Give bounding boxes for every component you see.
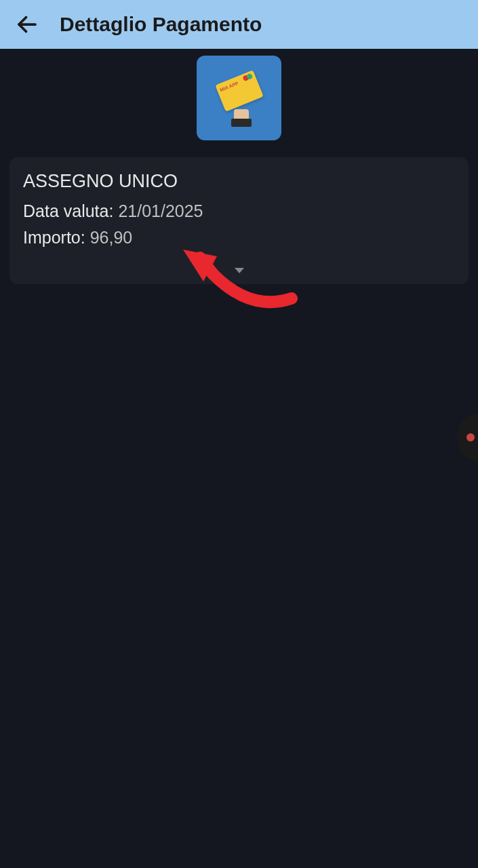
logo-container: MIA APP	[7, 56, 471, 157]
card-icon: MIA APP	[215, 70, 263, 111]
app-logo: MIA APP	[197, 56, 281, 140]
amount-label: Importo:	[23, 228, 85, 247]
amount-value: 96,90	[90, 228, 133, 247]
date-value: 21/01/2025	[118, 201, 203, 220]
arrow-left-icon	[15, 12, 39, 37]
back-button[interactable]	[14, 11, 41, 38]
payment-type-title: ASSEGNO UNICO	[23, 171, 455, 192]
content-area: MIA APP ASSEGNO UNICO Data valuta: 21/01…	[0, 49, 478, 868]
payment-date-row: Data valuta: 21/01/2025	[23, 201, 455, 221]
chevron-down-icon	[235, 268, 244, 273]
payment-amount-row: Importo: 96,90	[23, 228, 455, 248]
payment-detail-card[interactable]: ASSEGNO UNICO Data valuta: 21/01/2025 Im…	[9, 157, 469, 284]
expand-toggle[interactable]	[23, 254, 455, 273]
page-title: Dettaglio Pagamento	[60, 13, 262, 36]
recording-dot-icon	[466, 433, 475, 441]
date-label: Data valuta:	[23, 201, 113, 220]
app-header: Dettaglio Pagamento	[0, 0, 478, 49]
